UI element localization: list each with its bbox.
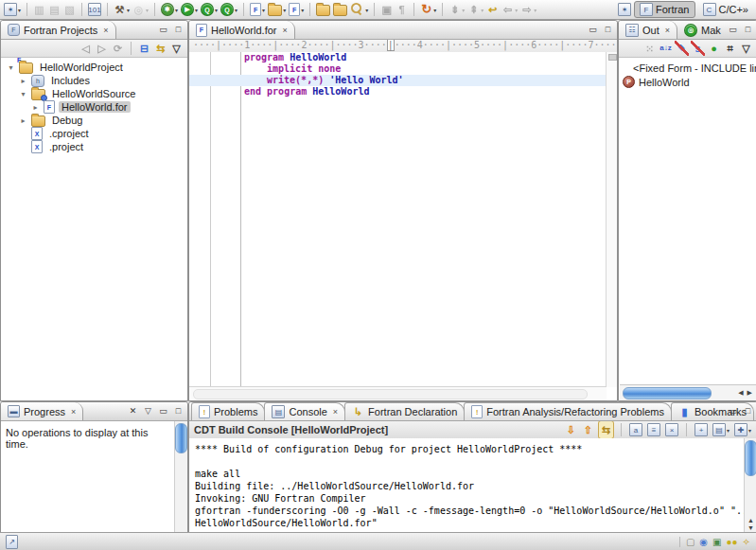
new-fortran-file-button-dropdown-icon[interactable]: ▾	[301, 7, 304, 13]
hide-variables-button[interactable]: ✎	[675, 41, 689, 56]
code-line[interactable]: write(*,*) 'Hello World'	[189, 75, 607, 86]
editor-horizontal-scrollbar[interactable]	[189, 386, 607, 400]
scroll-lock-button[interactable]: ≡	[646, 421, 661, 438]
close-icon[interactable]: ×	[283, 26, 288, 35]
run-button[interactable]: ▶▾	[180, 1, 199, 18]
twistie-icon[interactable]: ▸	[31, 103, 40, 112]
twistie-icon[interactable]: ▸	[19, 77, 27, 85]
minimize-icon[interactable]: ▭	[157, 23, 169, 35]
minimize-icon[interactable]: ▭	[727, 23, 739, 35]
profile-button-dropdown-icon[interactable]: ▾	[235, 7, 237, 13]
clear-console-button[interactable]: ×	[664, 421, 679, 438]
word-wrap-button[interactable]: a	[628, 421, 643, 438]
close-icon[interactable]: ×	[333, 407, 338, 417]
rebuild-button-dropdown-icon[interactable]: ▾	[433, 7, 436, 13]
tab-helloworld-for[interactable]: F HelloWorld.for ×	[189, 21, 295, 39]
close-icon[interactable]: ×	[71, 407, 76, 417]
new-fortran-project-button-dropdown-icon[interactable]: ▾	[283, 7, 286, 13]
twistie-icon[interactable]: ▾	[7, 63, 15, 72]
profile-button[interactable]: Q▾	[220, 1, 238, 18]
code-line[interactable]: end program HelloWorld	[189, 86, 607, 98]
view-menu-button[interactable]: ▽	[739, 41, 753, 56]
scroll-arrow-icons[interactable]: ◀ ▶	[738, 389, 753, 397]
minimize-icon[interactable]: ▭	[727, 404, 739, 417]
fast-view-icon[interactable]: ↗	[6, 535, 18, 549]
twistie-icon[interactable]: ▾	[19, 90, 27, 98]
new-fortran-source-file-button-dropdown-icon[interactable]: ▾	[262, 7, 265, 13]
tree-item-helloworldsource[interactable]: ▾HelloWorldSource	[3, 87, 185, 100]
balloons-icon[interactable]: ●●	[727, 537, 738, 547]
sparkle-icon[interactable]: ✧	[743, 537, 750, 547]
run-external-tools-button-dropdown-icon[interactable]: ▾	[215, 7, 218, 13]
heap-status-icon[interactable]: ▢	[686, 537, 694, 547]
show-in-editor-button[interactable]: ⇆	[598, 420, 614, 439]
console-output[interactable]: **** Build of configuration Debug for pr…	[189, 438, 745, 534]
fortran-projects-tree[interactable]: ▾FHelloWorldProject▸hIncludes▾HelloWorld…	[1, 58, 187, 156]
sort-alpha-button[interactable]: a↓z	[659, 41, 673, 56]
editor-status-icon[interactable]: ▣	[712, 537, 721, 547]
new-wizard-button-dropdown-icon[interactable]: ▾	[18, 7, 21, 13]
search-button[interactable]: ▾	[349, 1, 369, 18]
collapse-all-button[interactable]: ⊟	[137, 41, 151, 56]
filter-button[interactable]: ⌗	[723, 41, 737, 56]
close-icon[interactable]: ×	[103, 26, 108, 35]
tab-progress[interactable]: ▬ Progress ×	[1, 402, 83, 420]
run-external-tools-button[interactable]: Q▾	[200, 1, 219, 18]
twistie-icon[interactable]: ▸	[19, 116, 27, 125]
public-only-button[interactable]: ●	[707, 41, 721, 56]
display-console-button[interactable]: ▤▾	[712, 421, 730, 438]
rebuild-button[interactable]: ↻▾	[419, 1, 437, 18]
last-edit-location-button[interactable]: ↩	[485, 1, 500, 18]
console-vertical-scrollbar[interactable]: ▲▼	[744, 438, 756, 534]
build-hammer-button-dropdown-icon[interactable]: ▾	[127, 7, 130, 13]
new-fortran-file-button[interactable]: F▾	[288, 1, 305, 18]
build-hammer-button[interactable]: ⚒▾	[113, 1, 131, 18]
pin-console-button[interactable]: +	[694, 421, 709, 438]
open-resource-button[interactable]	[332, 1, 348, 18]
scroll-thumb[interactable]	[623, 387, 712, 399]
view-menu-button[interactable]: ▽	[142, 404, 154, 417]
new-fortran-project-button[interactable]: ▾	[267, 1, 287, 18]
tree-item-helloworldproject[interactable]: ▾FHelloWorldProject	[3, 61, 185, 74]
maximize-icon[interactable]: □	[172, 23, 185, 35]
scroll-thumb[interactable]	[745, 440, 756, 476]
perspective-fortran[interactable]: FFortran	[634, 1, 694, 18]
run-button-dropdown-icon[interactable]: ▾	[195, 7, 198, 13]
debug-button[interactable]: ✱▾	[160, 1, 179, 18]
tree-item-includes[interactable]: ▸hIncludes	[3, 74, 185, 87]
maximize-icon[interactable]: □	[742, 404, 754, 417]
code-line[interactable]: implicit none	[189, 63, 607, 75]
open-element-button[interactable]	[315, 1, 331, 18]
open-console-button[interactable]: ✚▾	[733, 421, 752, 438]
close-icon[interactable]: ×	[665, 26, 670, 35]
next-error-button[interactable]: ⇩	[564, 421, 578, 438]
code-editor[interactable]: program HelloWorldimplicit nonewrite(*,*…	[189, 52, 607, 387]
minimize-icon[interactable]: ▭	[157, 404, 169, 417]
code-line[interactable]: program HelloWorld	[189, 52, 607, 63]
outline-horizontal-scrollbar[interactable]: ◀ ▶	[620, 384, 756, 400]
outline-item[interactable]: <Fixed Form - INCLUDE lin	[620, 61, 756, 75]
view-menu-button[interactable]: ▽	[169, 41, 184, 56]
tab-problems[interactable]: !Problems	[191, 402, 265, 420]
new-wizard-button[interactable]: ✶▾	[3, 1, 22, 18]
tree-item-debug[interactable]: ▸Debug	[3, 114, 185, 127]
outline-item[interactable]: PHelloWorld	[620, 75, 756, 89]
search-button-dropdown-icon[interactable]: ▾	[365, 7, 368, 13]
tab-fortran-analysis-refactoring-problems[interactable]: !Fortran Analysis/Refactoring Problems	[464, 402, 672, 420]
maximize-icon[interactable]: □	[602, 23, 614, 35]
tab-out[interactable]: ☷Out×	[619, 21, 677, 39]
tab-console[interactable]: ▤Console×	[264, 402, 345, 420]
tree-item-helloworld.for[interactable]: ▸FHelloWorld.for	[3, 100, 185, 114]
progress-vertical-scrollbar[interactable]	[174, 421, 187, 534]
scroll-thumb[interactable]	[175, 423, 187, 453]
debug-button-dropdown-icon[interactable]: ▾	[175, 7, 178, 13]
hide-subprograms-button[interactable]: s	[691, 41, 705, 56]
tab-fortran-declaration[interactable]: ↳Fortran Declaration	[344, 402, 465, 420]
tab-mak[interactable]: ◎Mak	[677, 21, 728, 39]
previous-error-button[interactable]: ⇧	[581, 421, 595, 438]
new-fortran-source-file-button[interactable]: F▾	[249, 1, 266, 18]
open-perspective-button[interactable]: ✶	[617, 1, 632, 18]
notification-icon[interactable]: ◉	[699, 537, 708, 547]
binary-build-button[interactable]: 101	[87, 1, 102, 18]
tab-fortran-projects[interactable]: F Fortran Projects ×	[1, 21, 116, 39]
